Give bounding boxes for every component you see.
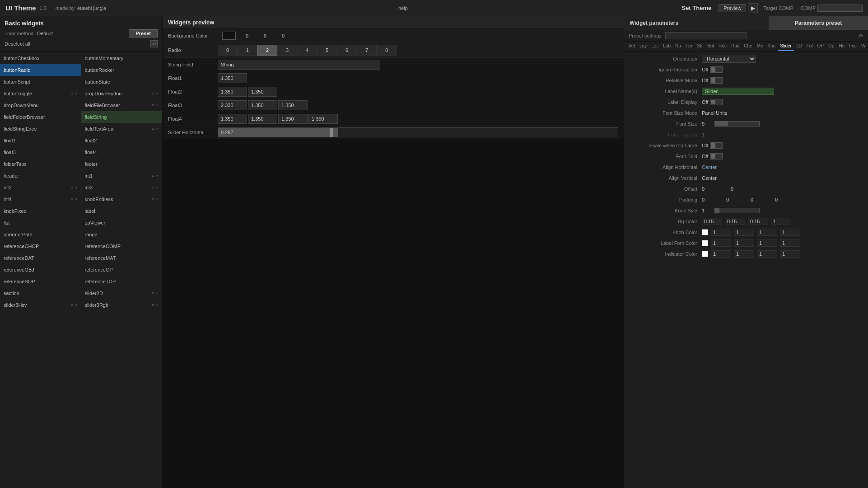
widget-cell-operatorPath[interactable]: operatorPath xyxy=(0,229,81,240)
reorder-icon[interactable]: ≡ xyxy=(152,127,154,131)
float4-input3[interactable] xyxy=(278,114,308,124)
radio-btn-6[interactable]: 6 xyxy=(337,45,357,56)
tab-foc[interactable]: Foc xyxy=(847,42,859,51)
tab-tex[interactable]: Tex xyxy=(683,42,695,51)
widget-cell-float1[interactable]: float1 xyxy=(0,135,81,146)
tab-2d[interactable]: 2D xyxy=(794,42,804,51)
bg-color-swatch[interactable] xyxy=(222,32,236,40)
tab-kno[interactable]: Kno xyxy=(765,42,778,51)
widget-cell-buttonRocker[interactable]: buttonRocker xyxy=(81,64,163,76)
font-bold-toggle-box[interactable] xyxy=(710,153,723,160)
widget-cell-buttonRadio[interactable]: buttonRadio xyxy=(0,64,81,76)
remove-icon[interactable]: × xyxy=(156,303,159,307)
widget-cell-slider2D[interactable]: slider2D ≡ × xyxy=(81,287,163,299)
float2-input2[interactable] xyxy=(248,87,277,97)
relative-mode-toggle-box[interactable] xyxy=(710,77,723,84)
widget-cell-buttonMomentary[interactable]: buttonMomentary xyxy=(81,52,163,64)
radio-btn-0[interactable]: 0 xyxy=(218,45,238,56)
widget-cell-buttonCheckbox[interactable]: buttonCheckbox xyxy=(0,52,81,64)
remove-icon[interactable]: × xyxy=(75,185,77,190)
comp-input[interactable] xyxy=(817,5,863,12)
remove-icon[interactable]: × xyxy=(156,291,159,296)
remove-icon[interactable]: × xyxy=(156,185,159,190)
float1-input[interactable] xyxy=(218,73,247,83)
preview-button[interactable]: Preview xyxy=(719,4,746,12)
tab-lay[interactable]: Lay xyxy=(637,42,649,51)
remove-icon[interactable]: × xyxy=(156,91,159,96)
gear-icon[interactable]: ⚙ xyxy=(859,33,863,39)
radio-btn-5[interactable]: 5 xyxy=(317,45,337,56)
widget-cell-opViewer[interactable]: opViewer xyxy=(81,217,163,229)
float3-input2[interactable] xyxy=(248,100,277,110)
widget-cell-referenceSOP[interactable]: referenceSOP xyxy=(0,276,81,287)
tab-he[interactable]: He xyxy=(836,42,847,51)
reorder-icon[interactable]: ≡ xyxy=(152,303,154,307)
reorder-icon[interactable]: ≡ xyxy=(152,174,154,178)
float2-input1[interactable] xyxy=(218,87,247,97)
widget-cell-list[interactable]: list xyxy=(0,217,81,229)
tab-str[interactable]: Str xyxy=(695,42,705,51)
widget-cell-fieldFileBrowser[interactable]: fieldFileBrowser ≡ × xyxy=(81,99,163,111)
widget-cell-float3[interactable]: float3 xyxy=(0,146,81,158)
widget-cell-label[interactable]: label xyxy=(81,205,163,217)
remove-icon[interactable]: × xyxy=(75,197,77,202)
remove-icon[interactable]: × xyxy=(156,103,159,108)
widget-cell-knobEndless[interactable]: knobEndless ≡ × xyxy=(81,193,163,205)
reorder-icon[interactable]: ≡ xyxy=(152,103,154,108)
font-size-slider[interactable] xyxy=(714,121,760,127)
tab-op[interactable]: OP xyxy=(815,42,826,51)
widget-cell-footer[interactable]: footer xyxy=(81,158,163,170)
widget-cell-folderTabs[interactable]: folderTabs xyxy=(0,158,81,170)
preset-button[interactable]: Preset xyxy=(129,29,158,38)
widget-cell-fieldTextArea[interactable]: fieldTextArea ≡ × xyxy=(81,123,163,135)
float3-input1[interactable] xyxy=(218,100,247,110)
tab-set[interactable]: Set xyxy=(626,42,637,51)
deselect-all-button[interactable]: Deselect all xyxy=(5,41,30,47)
orientation-dropdown[interactable]: Horizontal Vertical xyxy=(702,55,756,63)
widget-cell-int2[interactable]: int2 ≡ × xyxy=(0,182,81,193)
indicator-color-swatch[interactable] xyxy=(702,251,708,257)
widget-cell-referenceOBJ[interactable]: referenceOBJ xyxy=(0,264,81,276)
tab-but[interactable]: But xyxy=(705,42,716,51)
reorder-icon[interactable]: ≡ xyxy=(152,197,154,202)
widget-cell-slider3Rgb[interactable]: slider3Rgb ≡ × xyxy=(81,299,163,311)
widget-cell-referenceTOP[interactable]: referenceTOP xyxy=(81,276,163,287)
reorder-icon[interactable]: ≡ xyxy=(152,291,154,296)
tab-me[interactable]: Me xyxy=(755,42,765,51)
widget-cell-dropDownMenu[interactable]: dropDownMenu xyxy=(0,99,81,111)
radio-btn-8[interactable]: 8 xyxy=(377,45,397,56)
float4-input4[interactable] xyxy=(308,114,338,124)
reorder-icon[interactable]: ≡ xyxy=(71,185,73,190)
radio-btn-7[interactable]: 7 xyxy=(357,45,377,56)
float4-input1[interactable] xyxy=(218,114,247,124)
tab-che[interactable]: Che xyxy=(742,42,754,51)
radio-btn-2[interactable]: 2 xyxy=(257,45,277,56)
reorder-icon[interactable]: ≡ xyxy=(71,91,73,96)
knob-color-swatch[interactable] xyxy=(702,229,708,235)
widget-cell-slider3Hsv[interactable]: slider3Hsv ≡ × xyxy=(0,299,81,311)
tab-wi[interactable]: Wi xyxy=(859,42,868,51)
widget-cell-buttonToggle[interactable]: buttonToggle ≡ × xyxy=(0,88,81,99)
knob-size-slider[interactable] xyxy=(714,208,760,213)
remove-icon[interactable]: × xyxy=(156,127,159,131)
remove-icon[interactable]: × xyxy=(75,303,77,307)
widget-cell-int1[interactable]: int1 ≡ × xyxy=(81,170,163,182)
label-display-toggle-box[interactable] xyxy=(710,99,723,105)
widget-cell-fieldStringExec[interactable]: fieldStringExec xyxy=(0,123,81,135)
reorder-icon[interactable]: ≡ xyxy=(152,91,154,96)
widget-cell-section[interactable]: section xyxy=(0,287,81,299)
widget-cell-buttonScript[interactable]: buttonScript xyxy=(0,76,81,88)
tab-nu[interactable]: Nu xyxy=(673,42,683,51)
tab-op2[interactable]: Op xyxy=(826,42,836,51)
remove-icon[interactable]: × xyxy=(156,174,159,178)
help-link[interactable]: help xyxy=(398,5,408,11)
ignore-interaction-toggle-box[interactable] xyxy=(710,66,723,73)
float3-input3[interactable] xyxy=(278,100,308,110)
widget-cell-float2[interactable]: float2 xyxy=(81,135,163,146)
remove-icon[interactable]: × xyxy=(156,197,159,202)
widget-cell-referenceCOMP[interactable]: referenceCOMP xyxy=(81,240,163,252)
reorder-icon[interactable]: ≡ xyxy=(71,303,73,307)
tab-loc[interactable]: Loc xyxy=(649,42,661,51)
widget-cell-header[interactable]: header xyxy=(0,170,81,182)
string-field-input[interactable] xyxy=(218,60,380,70)
